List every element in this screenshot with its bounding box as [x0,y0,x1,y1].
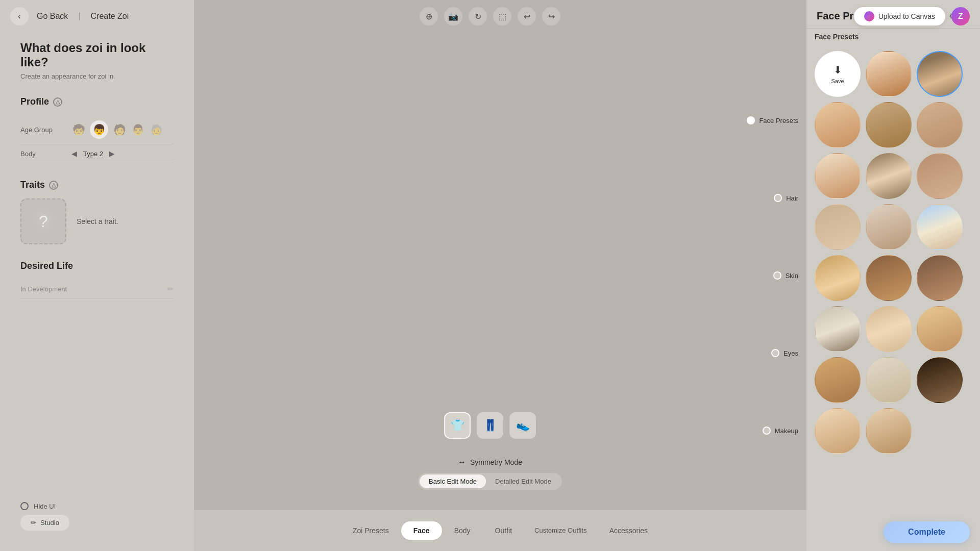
right-panel: Face Presets △ 🗑 ⇅ ⚙ ✕ Face Presets ⬇ Sa… [806,0,980,551]
body-prev-button[interactable]: ◀ [71,149,77,158]
presets-grid: ⬇ Save [806,43,980,551]
preset-save-button[interactable]: ⬇ Save [815,51,861,97]
age-figure-3[interactable]: 🧑 [112,120,127,139]
preset-item-8[interactable] [917,153,963,199]
page-heading: What does zoi in look like? [20,41,174,69]
desired-life-section: Desired Life In Development ✏ [20,261,174,298]
body-label: Body [20,150,71,158]
user-avatar[interactable]: Z [951,7,970,26]
transform-tool-button[interactable]: ⊕ [420,7,438,26]
presets-row-1: ⬇ Save [815,51,972,97]
age-group-label: Age Group [20,126,71,134]
preset-item-1[interactable] [866,51,912,97]
preset-item-15[interactable] [815,306,861,352]
preset-item-14[interactable] [917,255,963,301]
tab-face[interactable]: Face [401,521,442,540]
outfit-thumb-shoes[interactable]: 👟 [509,412,536,439]
presets-row-7 [815,357,972,403]
preset-item-20[interactable] [917,357,963,403]
eyes-dot [771,349,779,357]
page-title: Create Zoi [91,12,129,21]
preset-item-17[interactable] [917,306,963,352]
upload-icon: ↑ [864,11,874,21]
tab-zoi-presets[interactable]: Zoi Presets [340,521,401,540]
preset-item-6[interactable] [815,153,861,199]
symmetry-mode-toggle[interactable]: ↔ Symmetry Mode [458,458,522,467]
makeup-label: Makeup [775,427,798,435]
hide-ui-toggle[interactable]: Hide UI [20,502,56,510]
preset-item-18[interactable] [815,357,861,403]
camera-button[interactable]: 📷 [444,7,462,26]
tab-body[interactable]: Body [442,521,483,540]
body-next-button[interactable]: ▶ [109,149,115,158]
tab-accessories[interactable]: Accessories [597,521,660,540]
preset-item-21[interactable] [815,408,861,454]
select-trait-text: Select a trait. [77,217,118,226]
hair-label: Hair [786,194,798,202]
age-figure-1[interactable]: 🧒 [71,120,86,139]
studio-button[interactable]: ✏ Studio [20,515,69,531]
traits-section-title: Traits △ [20,180,174,190]
studio-icon: ✏ [31,519,36,527]
floating-label-face-presets[interactable]: Face Presets [747,116,798,124]
header: ‹ Go Back | Create Zoi ⊕ 📷 ↻ ⬚ ↩ ↪ ↑ Upl… [0,0,980,33]
hide-ui-circle [20,502,29,510]
presets-row-4 [815,204,972,250]
tab-customize-outfits[interactable]: Customize Outfits [524,523,597,538]
floating-label-makeup[interactable]: Makeup [763,427,798,435]
studio-label: Studio [40,519,59,527]
symmetry-label: Symmetry Mode [470,458,522,466]
age-figure-2[interactable]: 👦 [90,120,108,139]
age-group-row: Age Group 🧒 👦 🧑 👨 🧓 [20,115,174,144]
floating-label-eyes[interactable]: Eyes [771,349,798,357]
desired-life-edit-icon[interactable]: ✏ [167,285,174,293]
traits-row: ? Select a trait. [20,198,174,244]
traits-warning-icon: △ [49,181,58,190]
rotate-button[interactable]: ↻ [469,7,487,26]
age-figure-5[interactable]: 🧓 [149,120,163,139]
page-subheading: Create an appearance for zoi in. [20,72,174,80]
preset-item-9[interactable] [815,204,861,250]
desired-life-value: In Development ✏ [20,280,174,298]
age-figure-4[interactable]: 👨 [131,120,145,139]
tab-outfit[interactable]: Outfit [483,521,524,540]
trait-question-icon: ? [39,212,48,231]
preset-item-10[interactable] [866,204,912,250]
skin-dot [773,271,781,280]
preset-item-13[interactable] [866,255,912,301]
back-button[interactable]: ‹ [10,7,29,26]
profile-section: Profile △ Age Group 🧒 👦 🧑 👨 🧓 Body ◀ Typ… [20,96,174,163]
preset-item-5[interactable] [917,102,963,148]
detailed-edit-mode-tab[interactable]: Detailed Edit Mode [486,474,560,488]
preset-item-16[interactable] [866,306,912,352]
hair-dot [774,194,782,202]
preset-item-7[interactable] [866,153,912,199]
hide-ui-label: Hide UI [34,503,56,510]
floating-label-skin[interactable]: Skin [773,271,798,280]
outfit-thumb-pants[interactable]: 👖 [477,412,503,439]
redo-button[interactable]: ↪ [542,7,560,26]
preset-item-2[interactable] [917,51,963,97]
upload-label: Upload to Canvas [878,12,935,20]
trait-placeholder[interactable]: ? [20,198,66,244]
preset-item-22[interactable] [866,408,912,454]
floating-label-hair[interactable]: Hair [774,194,798,202]
preset-item-11[interactable] [917,204,963,250]
desired-life-title: Desired Life [20,261,174,271]
upload-to-canvas-button[interactable]: ↑ Upload to Canvas [854,7,945,26]
basic-edit-mode-tab[interactable]: Basic Edit Mode [420,474,486,488]
preset-item-12[interactable] [815,255,861,301]
header-right: ↑ Upload to Canvas Z [854,7,970,26]
mode-controls: ↔ Symmetry Mode Basic Edit Mode Detailed… [418,458,562,490]
undo-button[interactable]: ↩ [518,7,536,26]
outfit-thumb-shirt[interactable]: 👕 [444,412,471,439]
header-left: ‹ Go Back | Create Zoi [10,7,129,26]
age-selector: 🧒 👦 🧑 👨 🧓 [71,120,163,139]
eyes-label: Eyes [783,349,798,357]
frame-button[interactable]: ⬚ [493,7,511,26]
preset-item-4[interactable] [866,102,912,148]
complete-button[interactable]: Complete [884,521,970,543]
preset-item-3[interactable] [815,102,861,148]
preset-item-19[interactable] [866,357,912,403]
face-presets-label: Face Presets [759,117,798,124]
